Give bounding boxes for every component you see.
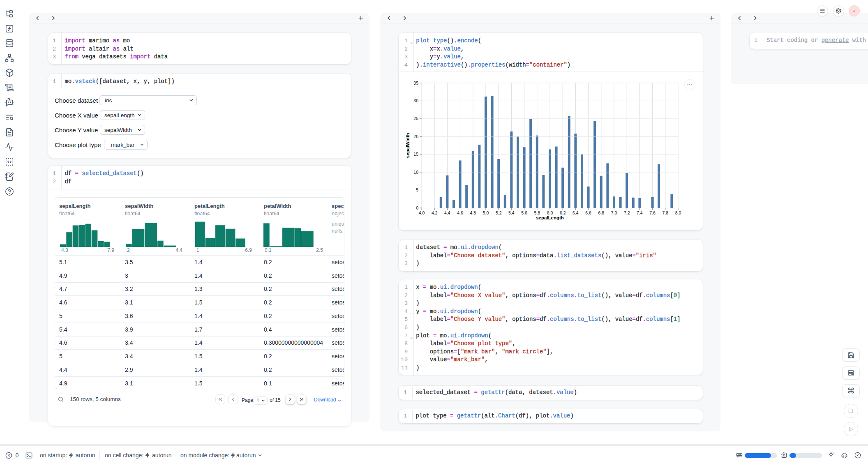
svg-text:sepalLength: sepalLength	[536, 215, 564, 220]
svg-text:35: 35	[413, 81, 418, 85]
svg-text:4.4: 4.4	[444, 210, 450, 215]
svg-text:7.0: 7.0	[611, 210, 617, 215]
svg-text:8.0: 8.0	[675, 210, 681, 215]
svg-text:6.8: 6.8	[598, 210, 604, 215]
svg-text:6.0: 6.0	[547, 210, 553, 215]
svg-text:6.2: 6.2	[560, 210, 566, 215]
svg-text:7.8: 7.8	[662, 210, 668, 215]
svg-text:5.4: 5.4	[508, 210, 515, 215]
svg-text:4.2: 4.2	[432, 210, 438, 215]
svg-text:5.6: 5.6	[521, 210, 527, 215]
svg-text:4.0: 4.0	[419, 210, 425, 215]
svg-text:7.6: 7.6	[649, 210, 656, 215]
svg-text:20: 20	[413, 134, 418, 139]
svg-text:7.4: 7.4	[637, 210, 643, 215]
svg-text:4.8: 4.8	[470, 210, 476, 215]
svg-text:sepalWidth: sepalWidth	[405, 133, 410, 158]
svg-text:10: 10	[413, 170, 418, 175]
svg-text:6.6: 6.6	[585, 210, 591, 215]
svg-text:15: 15	[413, 152, 418, 157]
svg-text:7.2: 7.2	[624, 210, 630, 215]
svg-text:30: 30	[413, 98, 418, 103]
svg-text:4.6: 4.6	[457, 210, 463, 215]
svg-text:5: 5	[416, 187, 418, 192]
svg-text:5.8: 5.8	[534, 210, 540, 215]
svg-text:6.4: 6.4	[573, 210, 579, 215]
svg-text:5.2: 5.2	[496, 210, 502, 215]
svg-text:0: 0	[416, 205, 418, 210]
svg-text:25: 25	[413, 116, 418, 121]
svg-text:5.0: 5.0	[483, 210, 489, 215]
